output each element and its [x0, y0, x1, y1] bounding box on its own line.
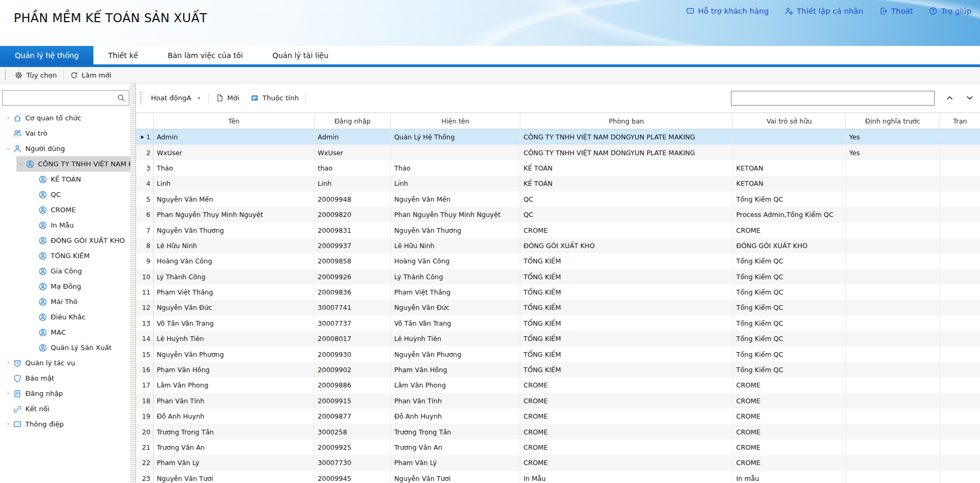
search-icon[interactable]	[117, 94, 125, 102]
tree-item-label: TỔNG KIẾM	[51, 252, 90, 260]
tree-item-8[interactable]: In Mẫu	[0, 217, 130, 233]
table-row-12[interactable]: 12Nguyễn Văn Đức30007741Nguyễn Văn ĐứcTỔ…	[136, 300, 980, 315]
table-row-9[interactable]: 9Hoàng Văn Công20009858Hoàng Văn CôngTỔN…	[136, 253, 980, 269]
table-row-1[interactable]: ▶1AdminAdminQuản Lý Hệ ThốngCÔNG TY TNHH…	[136, 129, 980, 145]
content-area: Cơ quan tổ chứcVai tròNgười dùngCÔNG TY …	[0, 83, 980, 483]
table-row-6[interactable]: 6Phan Nguyễn Thụy Minh Nguyệt20009820Pha…	[136, 207, 980, 222]
column-header-4[interactable]: Phòng ban	[520, 113, 733, 129]
cell-predefined	[846, 269, 940, 285]
column-header-row-number[interactable]	[136, 113, 154, 129]
cell-name: Hoàng Văn Công	[154, 253, 315, 269]
chevron-right-icon[interactable]	[4, 421, 13, 427]
table-row-21[interactable]: 21Trương Văn An20009925Trương Văn AnCROM…	[136, 440, 980, 455]
table-row-16[interactable]: 16Phạm Văn Hồng20009902Phạm Văn HồngTỔNG…	[136, 362, 980, 377]
tree-item-1[interactable]: Cơ quan tổ chức	[0, 110, 130, 126]
user-circle-icon	[39, 344, 47, 352]
chevron-right-icon[interactable]	[4, 360, 13, 366]
row-number-cell: 14	[136, 331, 154, 346]
tree-item-6[interactable]: QC	[0, 187, 130, 202]
tree-item-15[interactable]: MAC	[0, 325, 130, 340]
column-header-1[interactable]: Tên	[154, 113, 315, 129]
tree-item-7[interactable]: CROME	[0, 202, 130, 217]
table-row-22[interactable]: 22Pham Văn Lý30007730Pham Văn LýCROMECRO…	[136, 455, 980, 470]
cell-roles: ĐÓNG GÓI XUẤT KHO	[733, 238, 846, 253]
column-header-7[interactable]: Trạn	[940, 113, 980, 129]
pane-splitter[interactable]	[130, 83, 136, 483]
cell-login: 20008017	[315, 331, 391, 346]
people-icon	[13, 129, 22, 138]
table-row-13[interactable]: 13Võ Tấn Vân Trang30007737Võ Tấn Vân Tra…	[136, 316, 980, 331]
cell-name: WxUser	[154, 145, 315, 160]
tree-item-21[interactable]: Thông điệp	[0, 416, 130, 432]
sidebar-search-input[interactable]	[3, 91, 117, 105]
grid-header-row: TênĐăng nhậpHiện tênPhòng banVai trò sở …	[136, 112, 980, 129]
tree-item-10[interactable]: TỔNG KIẾM	[0, 248, 130, 263]
cell-login: 30007737	[315, 316, 391, 331]
chevron-right-icon[interactable]	[4, 391, 13, 396]
tree-item-20[interactable]: Kết nối	[0, 401, 130, 416]
table-row-10[interactable]: 10Lý Thành Công20009926Lý Thành CôngTỔNG…	[136, 269, 980, 285]
table-row-23[interactable]: 23Nguyễn Văn Tươi20009945Nguyễn Văn Tươi…	[136, 471, 980, 483]
cell-predefined	[846, 409, 940, 424]
table-row-15[interactable]: 15Nguyễn Văn Phương20009930Nguyễn Văn Ph…	[136, 346, 980, 362]
tree-item-19[interactable]: Đăng nhập	[0, 386, 130, 401]
table-row-14[interactable]: 14Lê Huỳnh Tiên20008017Lê Huỳnh TiênTỔNG…	[136, 331, 980, 346]
tree-item-inner: Vai trò	[4, 126, 130, 141]
chevron-right-icon[interactable]	[4, 115, 13, 121]
new-button[interactable]: Mới	[210, 90, 245, 106]
table-row-19[interactable]: 19Đỗ Anh Huynh20009877Đỗ Anh HuynhCROMEC…	[136, 409, 980, 424]
tree-item-12[interactable]: Mạ Đồng	[0, 279, 130, 294]
tree-item-2[interactable]: Vai trò	[0, 126, 130, 141]
main-toolbar-grip[interactable]	[140, 91, 142, 105]
tree-item-4[interactable]: CÔNG TY TNHH VIỆT NAM Đ	[0, 156, 130, 172]
column-header-3[interactable]: Hiện tên	[391, 113, 520, 129]
header-link-3[interactable]: Thoát	[879, 7, 914, 15]
header-link-2[interactable]: Thiết lập cá nhân	[785, 7, 863, 15]
options-button[interactable]: Tùy chọn	[9, 67, 62, 83]
toolbar-grip[interactable]	[4, 70, 7, 80]
cell-login: 20009858	[315, 253, 391, 269]
column-header-6[interactable]: Định nghĩa trước	[846, 113, 940, 129]
header-link-4[interactable]: Trợ giúp	[929, 7, 972, 15]
table-row-4[interactable]: 4LinhLinhLinhKẾ TOÁNKETOAN	[136, 176, 980, 191]
tree-item-11[interactable]: Gia Công	[0, 263, 130, 279]
table-row-11[interactable]: 11Phạm Việt Thắng20009836Phạm Việt Thắng…	[136, 285, 980, 300]
table-row-8[interactable]: 8Lê Hữu Ninh20009937Lê Hữu NinhĐÓNG GÓI …	[136, 238, 980, 253]
link-icon	[13, 405, 22, 413]
refresh-button[interactable]: Làm mới	[65, 67, 117, 83]
cell-roles: Tổng Kiểm QC	[733, 300, 846, 315]
table-row-18[interactable]: 18Phan Văn Tính20009915Phan Văn TínhCROM…	[136, 393, 980, 409]
table-row-17[interactable]: 17Lâm Văn Phong20009886Lâm Văn PhongCROM…	[136, 377, 980, 393]
table-row-7[interactable]: 7Nguyễn Văn Thương20009831Nguyễn Văn Thư…	[136, 222, 980, 238]
activity-dropdown-button[interactable]: Hoạt độngA	[145, 90, 207, 106]
table-row-2[interactable]: 2WxUserWxUserCÔNG TY TNHH VIỆT NAM DONGY…	[136, 145, 980, 160]
cell-status	[940, 160, 980, 176]
table-row-20[interactable]: 20Trương Trọng Tần3000258Trương Trọng Tầ…	[136, 424, 980, 439]
tree-item-17[interactable]: Quản lý tác vụ	[0, 355, 130, 371]
tree-item-13[interactable]: Mài Thô	[0, 294, 130, 309]
tab-2[interactable]: Thiết kế	[93, 46, 153, 64]
chevron-down-icon[interactable]	[4, 146, 13, 151]
column-header-2[interactable]: Đăng nhập	[315, 113, 391, 129]
tree-item-14[interactable]: Điêu Khắc	[0, 309, 130, 325]
previous-record-button[interactable]	[942, 91, 957, 105]
tree-item-18[interactable]: Bảo mật	[0, 371, 130, 386]
tab-1[interactable]: Quản lý hệ thống	[0, 46, 93, 64]
tree-item-16[interactable]: Quản Lý Sản Xuất	[0, 340, 130, 355]
tree-item-5[interactable]: KẾ TOÁN	[0, 172, 130, 187]
cell-predefined	[846, 285, 940, 300]
chevron-down-icon[interactable]	[16, 161, 25, 167]
next-record-button[interactable]	[962, 91, 977, 105]
table-row-5[interactable]: 5Nguyễn Văn Mến20009948Nguyễn Văn MếnQCT…	[136, 192, 980, 207]
filter-input[interactable]	[731, 91, 935, 106]
properties-button[interactable]: Thuộc tính	[245, 90, 305, 106]
cell-login: 20009945	[315, 471, 391, 483]
table-row-3[interactable]: 3ThảothaoThảoKẾ TOÁNKETOAN	[136, 160, 980, 176]
tab-3[interactable]: Bàn làm việc của tôi	[153, 46, 258, 64]
help-icon	[929, 7, 937, 15]
tree-item-9[interactable]: ĐÓNG GÓI XUẤT KHO	[0, 233, 130, 248]
column-header-5[interactable]: Vai trò sở hữu	[733, 113, 846, 129]
tab-4[interactable]: Quản lý tài liệu	[258, 46, 343, 64]
header-link-1[interactable]: Hỗ trợ khách hàng	[686, 7, 769, 15]
tree-item-3[interactable]: Người dùng	[0, 141, 130, 156]
